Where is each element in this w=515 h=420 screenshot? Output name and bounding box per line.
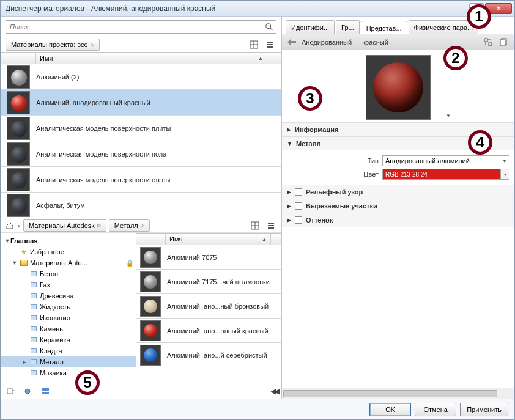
category-icon [29, 347, 38, 355]
material-label: Алюминий 7075 [167, 254, 281, 261]
material-row[interactable]: Алюминий, ано...й серебристый [136, 343, 281, 367]
chevron-right-icon: ▷ [97, 223, 101, 228]
library-crumb-autodesk[interactable]: Материалы Autodesk ▷ [23, 219, 106, 232]
tree-root[interactable]: ▼ Главная [1, 235, 136, 246]
sort-ascending-icon: ▲ [262, 237, 267, 242]
tree-category[interactable]: Изоляция [1, 312, 136, 323]
cancel-button[interactable]: Отмена [415, 403, 456, 416]
relief-checkbox[interactable] [295, 188, 302, 196]
preview-thumbnail[interactable] [366, 55, 431, 120]
view-list-icon[interactable] [264, 219, 278, 232]
ok-button[interactable]: OK [369, 403, 411, 416]
tree-autodesk-materials[interactable]: ▼ Материалы Auto... 🔒 [1, 257, 136, 268]
svg-text:+: + [29, 387, 32, 392]
tree-category[interactable]: Бетон [1, 268, 136, 279]
material-row[interactable]: Алюминий, ано...ный бронзовый [136, 294, 281, 319]
view-grid-icon[interactable] [247, 39, 261, 51]
category-icon [29, 358, 38, 366]
project-filter-dropdown[interactable]: Материалы проекта: все ▷ [6, 39, 100, 51]
chevron-right-icon: ▶ [287, 217, 291, 223]
tab-graphics[interactable]: Гр... [336, 20, 360, 34]
folder-icon [20, 259, 28, 267]
tint-checkbox[interactable] [295, 216, 302, 224]
tree-category[interactable]: Жидкость [1, 301, 136, 312]
search-input[interactable] [6, 20, 276, 34]
tree-category[interactable]: Камень [1, 323, 136, 334]
section-relief[interactable]: ▶ Рельефный узор [282, 185, 514, 199]
home-icon[interactable] [4, 220, 15, 231]
chevron-down-icon[interactable]: ▼ [446, 113, 451, 119]
tab-appearance[interactable]: Представ... [361, 21, 407, 34]
material-row[interactable]: Аналитическая модель поверхности пола [1, 141, 281, 167]
search-icon[interactable] [264, 22, 274, 32]
asset-title: Анодированный — красный [302, 39, 478, 46]
new-material-icon[interactable]: + [21, 385, 35, 397]
material-row[interactable]: Аналитическая модель поверхности плиты [1, 116, 281, 141]
tree-favorites[interactable]: ★ Избранное [1, 246, 136, 257]
horizontal-scrollbar[interactable] [282, 388, 514, 399]
material-row[interactable]: Алюминий 7175...чей штамповки [136, 270, 281, 294]
library-material-list[interactable]: Алюминий 7075Алюминий 7175...чей штампов… [136, 245, 281, 383]
column-name[interactable]: Имя ▲ [166, 235, 270, 243]
sort-ascending-icon: ▲ [258, 56, 263, 61]
svg-rect-19 [484, 39, 487, 42]
tree-category[interactable]: Мозаика [1, 367, 136, 378]
tree-category[interactable]: Газ [1, 279, 136, 290]
library-tree[interactable]: ▼ Главная ★ Избранное ▼ Материалы Auto..… [1, 233, 136, 383]
project-material-list[interactable]: Алюминий (2)Алюминий, анодированный крас… [1, 64, 281, 218]
callout-4: 4 [468, 130, 492, 155]
material-label: Алюминий, ано...анный красный [167, 327, 281, 334]
tree-category[interactable]: Кладка [1, 345, 136, 356]
apply-button[interactable]: Применить [460, 403, 508, 416]
prop-color-field[interactable]: RGB 213 28 24 [382, 169, 501, 180]
section-cutouts[interactable]: ▶ Вырезаемые участки [282, 199, 514, 213]
material-row[interactable]: Аналитическая модель поверхности стены [1, 167, 281, 193]
column-name[interactable]: Имя ▲ [36, 54, 267, 62]
duplicate-asset-icon[interactable] [498, 37, 509, 48]
svg-line-1 [270, 28, 273, 31]
callout-3: 3 [298, 86, 322, 111]
material-row[interactable]: Алюминий 7075 [136, 245, 281, 270]
material-label: Аналитическая модель поверхности плиты [36, 125, 281, 132]
replace-asset-icon[interactable] [483, 37, 494, 48]
view-grid-icon[interactable] [248, 219, 262, 232]
tree-category[interactable]: Керамика [1, 334, 136, 345]
project-filter-bar: Материалы проекта: все ▷ [1, 37, 281, 52]
section-tint[interactable]: ▶ Оттенок [282, 213, 514, 227]
svg-rect-20 [489, 43, 492, 46]
asset-panel: Идентифи... Гр... Представ... Физические… [282, 17, 514, 399]
category-icon [29, 303, 38, 311]
material-label: Асфальт, битум [36, 202, 281, 209]
prop-color-more[interactable]: ▾ [501, 169, 509, 180]
material-label: Алюминий, анодированный красный [36, 99, 281, 106]
left-panel: Материалы проекта: все ▷ Имя ▲ [1, 17, 282, 399]
display-mode-icon[interactable] [39, 385, 52, 397]
view-list-icon[interactable] [263, 39, 276, 51]
material-thumb [7, 65, 30, 89]
tree-category[interactable]: ▸Металл [1, 356, 136, 367]
material-row[interactable]: Алюминий (2) [1, 64, 281, 90]
cutouts-checkbox[interactable] [295, 202, 302, 210]
library-crumb-metal[interactable]: Металл ▷ [109, 219, 150, 232]
chevron-down-icon: ▼ [502, 158, 507, 164]
material-label: Алюминий, ано...ный бронзовый [167, 303, 281, 310]
material-thumb [140, 247, 161, 268]
chevron-right-icon: ▶ [287, 203, 291, 209]
tree-category[interactable]: Древесина [1, 290, 136, 301]
category-icon [29, 325, 38, 333]
svg-rect-14 [7, 389, 13, 394]
category-icon [29, 369, 38, 377]
material-label: Аналитическая модель поверхности стены [36, 176, 281, 183]
category-icon [29, 281, 38, 289]
tab-identity[interactable]: Идентифи... [286, 20, 335, 34]
collapse-panel-icon[interactable]: ◀◀ [270, 387, 278, 396]
material-row[interactable]: Асфальт, битум [1, 193, 281, 218]
chevron-down-icon: ▼ [287, 141, 292, 147]
material-row[interactable]: Алюминий, анодированный красный [1, 90, 281, 116]
svg-rect-22 [500, 40, 505, 46]
material-thumb [140, 320, 161, 341]
svg-rect-18 [42, 392, 49, 394]
material-row[interactable]: Алюминий, ано...анный красный [136, 319, 281, 343]
prop-type-combo[interactable]: Анодированный алюминий ▼ [382, 155, 509, 166]
library-menu-icon[interactable] [4, 385, 18, 397]
